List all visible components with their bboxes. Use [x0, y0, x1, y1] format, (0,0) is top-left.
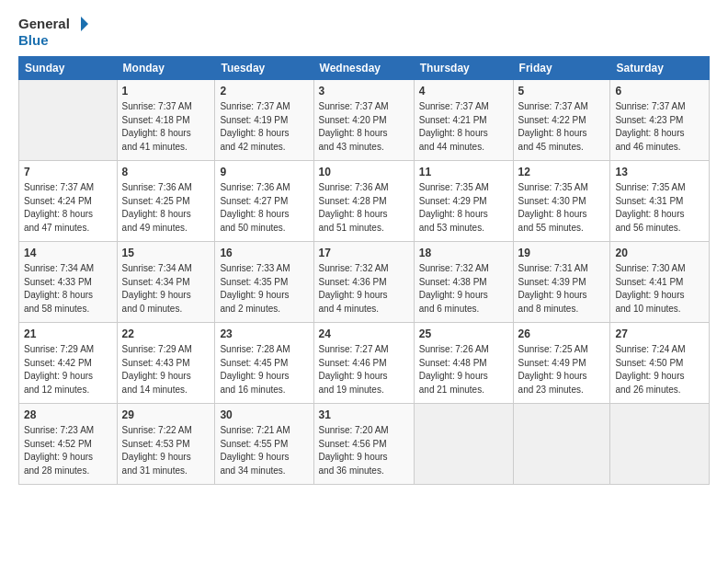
day-info: Sunrise: 7:22 AM Sunset: 4:53 PM Dayligh… — [122, 424, 210, 477]
day-number: 16 — [220, 246, 308, 261]
week-row-3: 14Sunrise: 7:34 AM Sunset: 4:33 PM Dayli… — [19, 241, 710, 322]
day-number: 30 — [220, 408, 308, 423]
day-info: Sunrise: 7:37 AM Sunset: 4:22 PM Dayligh… — [518, 100, 606, 154]
day-number: 18 — [419, 246, 508, 261]
week-row-1: 1Sunrise: 7:37 AM Sunset: 4:18 PM Daylig… — [19, 79, 710, 160]
day-info: Sunrise: 7:33 AM Sunset: 4:35 PM Dayligh… — [220, 262, 308, 316]
day-info: Sunrise: 7:36 AM Sunset: 4:25 PM Dayligh… — [122, 181, 210, 235]
day-cell — [610, 403, 710, 484]
day-number: 9 — [220, 165, 308, 180]
logo-blue: Blue — [18, 33, 90, 49]
day-number: 17 — [319, 246, 409, 261]
day-number: 5 — [518, 84, 606, 99]
day-info: Sunrise: 7:37 AM Sunset: 4:20 PM Dayligh… — [319, 100, 409, 154]
logo-general: General — [18, 17, 70, 32]
day-cell: 21Sunrise: 7:29 AM Sunset: 4:42 PM Dayli… — [19, 322, 118, 403]
day-info: Sunrise: 7:34 AM Sunset: 4:34 PM Dayligh… — [122, 262, 210, 316]
day-cell: 2Sunrise: 7:37 AM Sunset: 4:19 PM Daylig… — [215, 79, 313, 160]
day-cell: 11Sunrise: 7:35 AM Sunset: 4:29 PM Dayli… — [414, 160, 513, 241]
day-number: 13 — [615, 165, 704, 180]
day-cell: 20Sunrise: 7:30 AM Sunset: 4:41 PM Dayli… — [610, 241, 710, 322]
day-cell: 12Sunrise: 7:35 AM Sunset: 4:30 PM Dayli… — [513, 160, 610, 241]
logo-arrow-icon — [72, 15, 90, 33]
day-number: 11 — [419, 165, 508, 180]
day-number: 20 — [615, 246, 704, 261]
day-info: Sunrise: 7:37 AM Sunset: 4:24 PM Dayligh… — [24, 181, 112, 235]
calendar-table: SundayMondayTuesdayWednesdayThursdayFrid… — [18, 56, 710, 485]
day-cell: 30Sunrise: 7:21 AM Sunset: 4:55 PM Dayli… — [215, 403, 313, 484]
col-header-sunday: Sunday — [19, 56, 118, 79]
day-cell: 8Sunrise: 7:36 AM Sunset: 4:25 PM Daylig… — [117, 160, 215, 241]
calendar-body: 1Sunrise: 7:37 AM Sunset: 4:18 PM Daylig… — [19, 79, 710, 484]
col-header-saturday: Saturday — [610, 56, 710, 79]
day-info: Sunrise: 7:35 AM Sunset: 4:31 PM Dayligh… — [615, 181, 704, 235]
day-info: Sunrise: 7:36 AM Sunset: 4:28 PM Dayligh… — [319, 181, 409, 235]
day-number: 25 — [419, 327, 508, 342]
col-header-friday: Friday — [513, 56, 610, 79]
day-cell: 24Sunrise: 7:27 AM Sunset: 4:46 PM Dayli… — [313, 322, 414, 403]
day-cell — [513, 403, 610, 484]
day-number: 1 — [122, 84, 210, 99]
day-info: Sunrise: 7:36 AM Sunset: 4:27 PM Dayligh… — [220, 181, 308, 235]
day-cell — [19, 79, 118, 160]
day-info: Sunrise: 7:24 AM Sunset: 4:50 PM Dayligh… — [615, 343, 704, 396]
day-number: 6 — [615, 84, 704, 99]
day-number: 8 — [122, 165, 210, 180]
week-row-4: 21Sunrise: 7:29 AM Sunset: 4:42 PM Dayli… — [19, 322, 710, 403]
day-cell: 14Sunrise: 7:34 AM Sunset: 4:33 PM Dayli… — [19, 241, 118, 322]
logo-text-block: General Blue — [18, 15, 90, 49]
day-info: Sunrise: 7:23 AM Sunset: 4:52 PM Dayligh… — [24, 424, 112, 477]
day-cell: 17Sunrise: 7:32 AM Sunset: 4:36 PM Dayli… — [313, 241, 414, 322]
day-info: Sunrise: 7:30 AM Sunset: 4:41 PM Dayligh… — [615, 262, 704, 316]
day-info: Sunrise: 7:20 AM Sunset: 4:56 PM Dayligh… — [319, 424, 409, 477]
day-info: Sunrise: 7:27 AM Sunset: 4:46 PM Dayligh… — [319, 343, 409, 396]
day-cell: 27Sunrise: 7:24 AM Sunset: 4:50 PM Dayli… — [610, 322, 710, 403]
week-row-5: 28Sunrise: 7:23 AM Sunset: 4:52 PM Dayli… — [19, 403, 710, 484]
day-number: 3 — [319, 84, 409, 99]
day-cell: 29Sunrise: 7:22 AM Sunset: 4:53 PM Dayli… — [117, 403, 215, 484]
day-number: 31 — [319, 408, 409, 423]
day-info: Sunrise: 7:37 AM Sunset: 4:19 PM Dayligh… — [220, 100, 308, 154]
col-header-thursday: Thursday — [414, 56, 513, 79]
day-number: 24 — [319, 327, 409, 342]
day-cell: 4Sunrise: 7:37 AM Sunset: 4:21 PM Daylig… — [414, 79, 513, 160]
day-cell: 19Sunrise: 7:31 AM Sunset: 4:39 PM Dayli… — [513, 241, 610, 322]
day-cell: 23Sunrise: 7:28 AM Sunset: 4:45 PM Dayli… — [215, 322, 313, 403]
day-cell: 1Sunrise: 7:37 AM Sunset: 4:18 PM Daylig… — [117, 79, 215, 160]
day-number: 27 — [615, 327, 704, 342]
week-row-2: 7Sunrise: 7:37 AM Sunset: 4:24 PM Daylig… — [19, 160, 710, 241]
day-info: Sunrise: 7:35 AM Sunset: 4:30 PM Dayligh… — [518, 181, 606, 235]
day-cell: 10Sunrise: 7:36 AM Sunset: 4:28 PM Dayli… — [313, 160, 414, 241]
day-number: 28 — [24, 408, 112, 423]
header-row: SundayMondayTuesdayWednesdayThursdayFrid… — [19, 56, 710, 79]
day-info: Sunrise: 7:34 AM Sunset: 4:33 PM Dayligh… — [24, 262, 112, 316]
day-cell: 25Sunrise: 7:26 AM Sunset: 4:48 PM Dayli… — [414, 322, 513, 403]
day-cell: 22Sunrise: 7:29 AM Sunset: 4:43 PM Dayli… — [117, 322, 215, 403]
day-info: Sunrise: 7:25 AM Sunset: 4:49 PM Dayligh… — [518, 343, 606, 396]
col-header-tuesday: Tuesday — [215, 56, 313, 79]
day-number: 26 — [518, 327, 606, 342]
day-cell: 26Sunrise: 7:25 AM Sunset: 4:49 PM Dayli… — [513, 322, 610, 403]
day-number: 29 — [122, 408, 210, 423]
day-number: 19 — [518, 246, 606, 261]
col-header-wednesday: Wednesday — [313, 56, 414, 79]
day-number: 10 — [319, 165, 409, 180]
day-info: Sunrise: 7:29 AM Sunset: 4:42 PM Dayligh… — [24, 343, 112, 396]
day-cell: 3Sunrise: 7:37 AM Sunset: 4:20 PM Daylig… — [313, 79, 414, 160]
day-info: Sunrise: 7:35 AM Sunset: 4:29 PM Dayligh… — [419, 181, 508, 235]
day-cell: 13Sunrise: 7:35 AM Sunset: 4:31 PM Dayli… — [610, 160, 710, 241]
day-info: Sunrise: 7:26 AM Sunset: 4:48 PM Dayligh… — [419, 343, 508, 396]
day-info: Sunrise: 7:28 AM Sunset: 4:45 PM Dayligh… — [220, 343, 308, 396]
day-info: Sunrise: 7:32 AM Sunset: 4:38 PM Dayligh… — [419, 262, 508, 316]
day-info: Sunrise: 7:31 AM Sunset: 4:39 PM Dayligh… — [518, 262, 606, 316]
day-cell: 7Sunrise: 7:37 AM Sunset: 4:24 PM Daylig… — [19, 160, 118, 241]
day-number: 12 — [518, 165, 606, 180]
day-number: 21 — [24, 327, 112, 342]
day-info: Sunrise: 7:21 AM Sunset: 4:55 PM Dayligh… — [220, 424, 308, 477]
day-cell: 15Sunrise: 7:34 AM Sunset: 4:34 PM Dayli… — [117, 241, 215, 322]
day-number: 4 — [419, 84, 508, 99]
day-cell: 5Sunrise: 7:37 AM Sunset: 4:22 PM Daylig… — [513, 79, 610, 160]
logo: General Blue — [18, 15, 90, 49]
day-info: Sunrise: 7:37 AM Sunset: 4:21 PM Dayligh… — [419, 100, 508, 154]
svg-marker-0 — [81, 17, 88, 31]
